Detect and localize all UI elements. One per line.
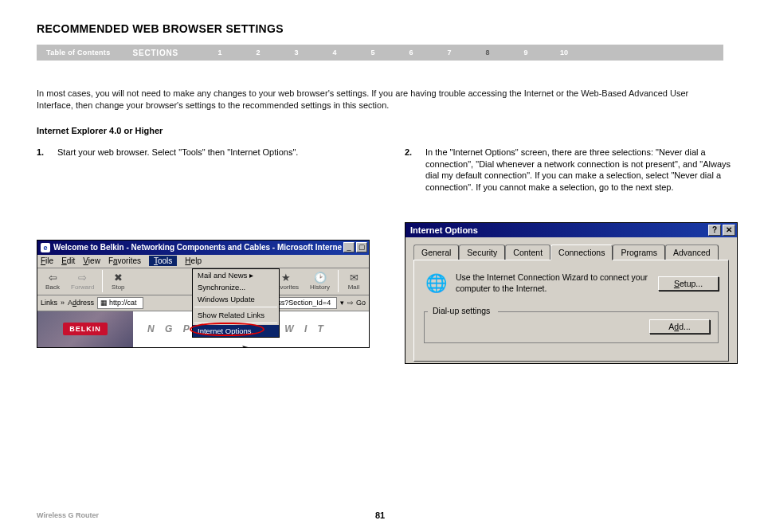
step-1: 1. Start your web browser. Select "Tools…: [37, 147, 370, 158]
nav-section-4[interactable]: 4: [315, 49, 354, 57]
ie-page-icon: ▦: [100, 299, 108, 307]
setup-button[interactable]: Setup...: [658, 276, 719, 291]
ie-menu-favorites[interactable]: Favorites: [108, 256, 141, 265]
product-name: Wireless G Router: [37, 511, 99, 519]
ie-menu-help[interactable]: Help: [185, 256, 202, 265]
ie-links-label[interactable]: Links: [41, 299, 57, 307]
tab-advanced[interactable]: Advanced: [665, 244, 719, 260]
subheading: Internet Explorer 4.0 or Higher: [37, 126, 723, 135]
nav-toc[interactable]: Table of Contents: [40, 49, 116, 57]
io-title-text: Internet Options: [410, 225, 707, 235]
tab-content[interactable]: Content: [505, 244, 550, 260]
dropdown-windows-update[interactable]: Windows Update: [193, 293, 279, 305]
nav-section-9[interactable]: 9: [507, 49, 545, 57]
io-help-button[interactable]: ?: [708, 225, 721, 236]
ie-forward-button[interactable]: ⇨Forward: [66, 272, 99, 291]
toolbar-divider: [338, 270, 339, 292]
nav-section-5[interactable]: 5: [354, 49, 392, 57]
step-2-text: In the "Internet Options" screen, there …: [425, 147, 738, 194]
internet-options-screenshot: Internet Options ? ✕ General Security Co…: [405, 222, 738, 364]
ie-address-label: Address: [68, 299, 94, 307]
globe-wizard-icon: 🌐: [424, 272, 448, 295]
ie-window-screenshot: e Welcome to Belkin - Networking Compone…: [37, 240, 370, 348]
step-2-number: 2.: [405, 147, 425, 194]
nav-section-10[interactable]: 10: [545, 49, 583, 57]
ie-menu-edit[interactable]: Edit: [61, 256, 75, 265]
section-navbar: Table of Contents SECTIONS 1 2 3 4 5 6 7…: [37, 45, 723, 61]
ie-maximize-button[interactable]: ▢: [356, 242, 367, 252]
nav-section-1[interactable]: 1: [201, 49, 239, 57]
nav-section-3[interactable]: 3: [277, 49, 315, 57]
page-footer: Wireless G Router 81: [37, 511, 723, 519]
ie-history-button[interactable]: 🕑History: [305, 272, 335, 291]
io-close-button[interactable]: ✕: [723, 225, 735, 236]
step-1-number: 1.: [37, 147, 57, 158]
dropdown-show-related[interactable]: Show Related Links: [193, 309, 279, 321]
ie-tools-dropdown: Mail and News ▸ Synchronize... Windows U…: [192, 268, 280, 338]
io-titlebar: Internet Options ? ✕: [405, 223, 737, 237]
ie-menu-view[interactable]: View: [83, 256, 100, 265]
io-panel: 🌐 Use the Internet Connection Wizard to …: [413, 260, 729, 362]
nav-section-7[interactable]: 7: [430, 49, 468, 57]
ie-title-text: Welcome to Belkin - Networking Component…: [53, 243, 342, 252]
ie-back-button[interactable]: ⇦Back: [41, 272, 65, 291]
page-number: 81: [375, 510, 385, 520]
nav-section-6[interactable]: 6: [392, 49, 430, 57]
ie-mail-button[interactable]: ✉Mail: [342, 272, 366, 291]
page-heading: RECOMMENDED WEB BROWSER SETTINGS: [37, 22, 723, 35]
intro-paragraph: In most cases, you will not need to make…: [37, 88, 723, 111]
ie-address-input[interactable]: ▦ http://cat: [97, 297, 143, 309]
step-2: 2. In the "Internet Options" screen, the…: [405, 147, 738, 194]
ie-stop-button[interactable]: ✖Stop: [106, 272, 130, 291]
nav-sections-label: SECTIONS: [116, 49, 201, 57]
dropdown-mail-news[interactable]: Mail and News ▸: [193, 269, 279, 281]
dropdown-internet-options[interactable]: Internet Options...: [193, 325, 279, 337]
ie-go-button[interactable]: ⇨ Go: [347, 299, 366, 307]
ie-app-icon: e: [41, 243, 50, 252]
dialup-settings-group: Dial-up settings Add...: [424, 311, 719, 343]
dropdown-separator: [194, 323, 277, 323]
ie-menu-tools[interactable]: Tools: [149, 256, 177, 266]
tab-general[interactable]: General: [413, 244, 459, 260]
dialup-group-label: Dial-up settings: [429, 306, 493, 315]
tab-connections[interactable]: Connections: [550, 244, 613, 260]
dropdown-synchronize[interactable]: Synchronize...: [193, 281, 279, 293]
add-button[interactable]: Add...: [649, 319, 710, 334]
step-1-text: Start your web browser. Select "Tools" t…: [57, 147, 370, 158]
ie-titlebar: e Welcome to Belkin - Networking Compone…: [37, 241, 369, 255]
io-wizard-text: Use the Internet Connection Wizard to co…: [456, 272, 650, 294]
io-tabstrip: General Security Content Connections Pro…: [405, 237, 737, 260]
tab-security[interactable]: Security: [459, 244, 505, 260]
tab-programs[interactable]: Programs: [613, 244, 665, 260]
nav-section-8[interactable]: 8: [468, 49, 507, 57]
belkin-logo: BELKIN: [63, 323, 108, 335]
ie-menu-file[interactable]: FFileile: [41, 256, 53, 265]
nav-section-2[interactable]: 2: [239, 49, 277, 57]
toolbar-divider: [102, 270, 103, 292]
dropdown-separator: [194, 307, 277, 307]
ie-menubar: FFileile Edit View Favorites Tools Help: [37, 255, 369, 268]
belkin-banner: BELKIN: [37, 311, 133, 347]
ie-minimize-button[interactable]: _: [343, 242, 355, 252]
